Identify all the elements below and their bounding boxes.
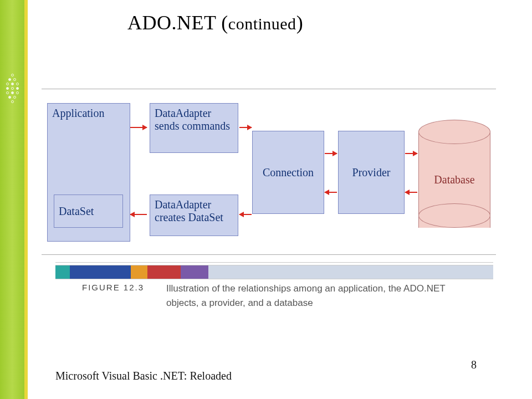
arrow-database-to-provider <box>405 192 417 193</box>
seg-purple <box>181 265 208 279</box>
box-application-label: Application <box>52 107 104 120</box>
arrow-connection-to-provider <box>325 153 337 154</box>
box-provider: Provider <box>338 131 405 214</box>
arrow-app-to-dataadapter <box>130 127 147 128</box>
database-cylinder: Database <box>418 120 490 228</box>
caption-color-bar <box>55 265 493 279</box>
decorative-sidebar <box>0 0 33 399</box>
divider-top <box>55 262 493 263</box>
figure-caption: Illustration of the relationships among … <box>166 282 477 310</box>
box-dataset-label: DataSet <box>59 205 94 218</box>
arrow-connection-to-dataadapter <box>239 214 252 215</box>
sidebar-dots <box>6 72 19 105</box>
slide: ADO.NET (continued) Application DataSet … <box>0 0 532 399</box>
database-label: Database <box>434 173 474 186</box>
box-dataadapter-send-label: DataAdapter sends commands <box>155 107 233 132</box>
slide-title: ADO.NET (continued) <box>127 11 303 34</box>
title-end: ) <box>296 12 304 34</box>
seg-teal <box>55 265 70 279</box>
ado-net-diagram: Application DataSet DataAdapter sends co… <box>42 89 496 255</box>
box-provider-label: Provider <box>352 166 391 179</box>
seg-blue <box>70 265 131 279</box>
arrow-dataadapter-to-dataset <box>130 214 147 215</box>
seg-lightblue <box>208 265 493 279</box>
box-connection: Connection <box>252 131 324 214</box>
sidebar-yellow-strip <box>24 0 28 399</box>
box-dataset: DataSet <box>54 195 123 228</box>
figure-label: FIGURE 12.3 <box>82 283 144 292</box>
title-main: ADO.NET ( <box>127 12 228 34</box>
box-dataadapter-create-label: DataAdapter creates DataSet <box>155 198 233 224</box>
page-number: 8 <box>471 359 477 371</box>
box-dataadapter-create: DataAdapter creates DataSet <box>150 195 238 236</box>
sidebar-green-strip <box>0 0 24 399</box>
box-dataadapter-send: DataAdapter sends commands <box>150 103 238 153</box>
seg-orange <box>131 265 147 279</box>
box-connection-label: Connection <box>263 166 314 179</box>
database-bottom <box>418 203 490 228</box>
arrow-provider-to-connection <box>325 192 337 193</box>
arrow-dataadapter-to-connection <box>239 127 252 128</box>
arrow-provider-to-database <box>405 153 417 154</box>
database-top <box>418 120 490 144</box>
seg-red <box>147 265 181 279</box>
footer-text: Microsoft Visual Basic .NET: Reloaded <box>55 370 232 382</box>
title-sub: continued <box>228 14 296 33</box>
